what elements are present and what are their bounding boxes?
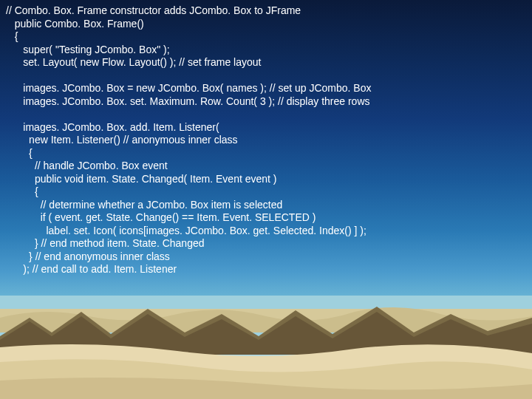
code-block: // Combo. Box. Frame constructor adds JC… — [6, 4, 526, 276]
svg-rect-1 — [0, 309, 532, 331]
code-line: ); // end call to add. Item. Listener — [6, 263, 177, 275]
code-line: { — [6, 30, 18, 42]
svg-rect-0 — [0, 296, 532, 310]
code-line: images. JCombo. Box = new JCombo. Box( n… — [6, 82, 371, 94]
code-line: images. JCombo. Box. add. Item. Listener… — [6, 121, 219, 133]
code-line: images. JCombo. Box. set. Maximum. Row. … — [6, 95, 370, 107]
code-line: { — [6, 147, 33, 159]
code-line: super( "Testing JCombo. Box" ); — [6, 44, 170, 55]
code-line: // Combo. Box. Frame constructor adds JC… — [6, 4, 301, 16]
slide-background: // Combo. Box. Frame constructor adds JC… — [0, 0, 532, 399]
landscape-illustration — [0, 296, 532, 399]
code-line: new Item. Listener() // anonymous inner … — [6, 134, 238, 146]
code-line: } // end anonymous inner class — [6, 250, 170, 262]
code-line: public Combo. Box. Frame() — [6, 18, 144, 30]
code-line: // handle JCombo. Box event — [6, 160, 168, 171]
code-line: if ( event. get. State. Change() == Item… — [6, 211, 316, 223]
code-line: set. Layout( new Flow. Layout() ); // se… — [6, 56, 261, 68]
code-line: { — [6, 185, 38, 197]
code-line: label. set. Icon( icons[images. JCombo. … — [6, 225, 366, 236]
code-line: public void item. State. Changed( Item. … — [6, 173, 277, 185]
code-line: // determine whether a JCombo. Box item … — [6, 199, 282, 211]
code-line: } // end method item. State. Changed — [6, 237, 205, 249]
